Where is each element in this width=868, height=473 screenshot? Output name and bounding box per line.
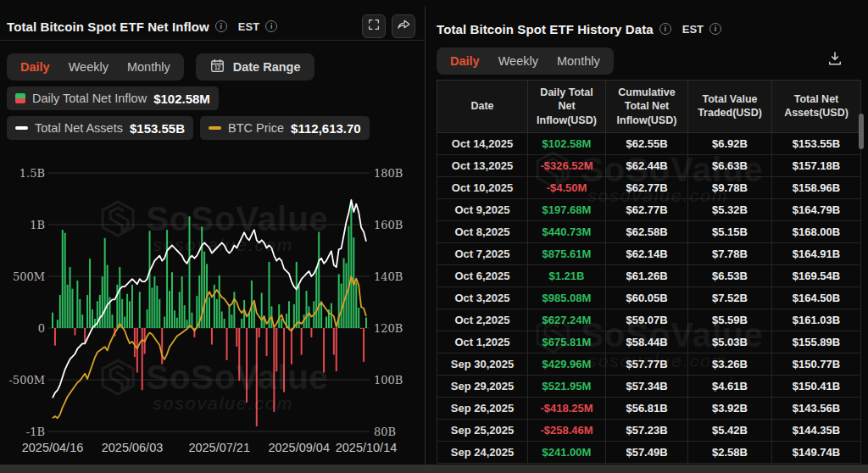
cell-date: Sep 26,2025 — [437, 397, 528, 419]
x-axis-tick: 2025/04/16 — [22, 441, 84, 454]
cell-net-assets: $161.03B — [772, 309, 861, 331]
cell-date: Sep 24,2025 — [437, 441, 528, 463]
cell-net-assets: $153.55B — [772, 132, 861, 154]
cell-net-assets: $169.54B — [772, 264, 861, 287]
x-axis-tick: 2025/09/04 — [268, 441, 330, 454]
x-axis-tick: 2025/07/21 — [188, 441, 250, 454]
cell-daily-inflow: $675.81M — [528, 331, 606, 353]
legend-item-net-assets[interactable]: Total Net Assets $153.55B — [7, 116, 193, 140]
page-title: Total Bitcoin Spot ETF Net Inflow — [7, 19, 209, 34]
tab-weekly[interactable]: Weekly — [69, 60, 108, 74]
legend-label: Daily Total Net Inflow — [32, 92, 147, 105]
table-row: Oct 10,2025-$4.50M$62.77B$9.78B$158.96B — [437, 176, 861, 198]
cell-date: Sep 29,2025 — [437, 375, 528, 397]
x-axis-tick: 2025/06/03 — [102, 441, 164, 454]
cell-value-traded: $9.78B — [688, 176, 772, 198]
share-button[interactable] — [392, 14, 415, 38]
date-range-button[interactable]: 12 Date Range — [196, 53, 314, 81]
table-row: Sep 24,2025$241.00M$57.49B$2.58B$149.74B — [437, 441, 861, 463]
cell-daily-inflow: -$258.46M — [528, 419, 606, 441]
tab-daily[interactable]: Daily — [450, 54, 480, 68]
table-header-row: Date Daily Total Net Inflow(USD) Cumulat… — [437, 81, 861, 133]
history-header: Total Bitcoin Spot ETF History Data EST — [437, 17, 855, 41]
table-row: Sep 29,2025$521.95M$57.34B$4.61B$150.41B — [437, 375, 861, 397]
period-tab-group: Daily Weekly Monthly — [437, 47, 614, 75]
panel-divider — [425, 7, 426, 465]
right-axis-tick: 80B — [374, 426, 396, 438]
cell-value-traded: $5.15B — [688, 220, 772, 242]
left-axis-tick: -1B — [26, 426, 45, 438]
cell-date: Oct 10,2025 — [437, 176, 528, 198]
cell-net-assets: $158.96B — [772, 176, 861, 198]
cell-cumulative-inflow: $59.07B — [606, 309, 688, 331]
info-icon[interactable] — [265, 20, 277, 32]
net-inflow-header: Total Bitcoin Spot ETF Net Inflow EST — [7, 14, 415, 39]
cell-net-assets: $168.00B — [772, 220, 861, 242]
table-row: Oct 8,2025$440.73M$62.58B$5.15B$168.00B — [437, 220, 861, 242]
tab-daily[interactable]: Daily — [20, 60, 50, 74]
cell-cumulative-inflow: $57.23B — [606, 419, 688, 441]
cell-net-assets: $155.89B — [772, 331, 861, 353]
fullscreen-button[interactable] — [362, 14, 386, 38]
history-table-body: Oct 14,2025$102.58M$62.55B$6.92B$153.55B… — [437, 132, 861, 463]
legend-label: BTC Price — [228, 121, 284, 135]
table-row: Oct 3,2025$985.08M$60.05B$7.52B$164.50B — [437, 287, 861, 309]
tab-monthly[interactable]: Monthly — [127, 60, 170, 74]
cell-value-traded: $5.03B — [688, 331, 772, 353]
legend-value: $153.55B — [130, 121, 185, 136]
legend-item-net-inflow[interactable]: Daily Total Net Inflow $102.58M — [7, 86, 219, 110]
col-date: Date — [437, 81, 528, 133]
cell-date: Oct 14,2025 — [437, 132, 528, 154]
cell-date: Oct 3,2025 — [437, 287, 528, 309]
cell-daily-inflow: $102.58M — [528, 132, 606, 154]
cell-value-traded: $5.32B — [688, 198, 772, 220]
cell-cumulative-inflow: $62.77B — [606, 198, 688, 220]
cell-daily-inflow: -$326.52M — [528, 154, 606, 176]
cell-net-assets: $149.74B — [772, 441, 861, 463]
cell-daily-inflow: $241.00M — [528, 441, 606, 463]
net-inflow-chart[interactable]: 1.5B180B1B160B500M140B0120B-500M100B-1B8… — [0, 157, 424, 464]
chart-legend: Daily Total Net Inflow $102.58M Total Ne… — [7, 86, 370, 140]
table-vertical-scrollbar[interactable] — [859, 114, 864, 149]
cell-cumulative-inflow: $62.77B — [606, 176, 688, 198]
net-inflow-bars — [52, 203, 367, 426]
cell-date: Oct 8,2025 — [437, 220, 528, 242]
table-row: Sep 25,2025-$258.46M$57.23B$5.42B$144.35… — [437, 419, 861, 441]
col-value-traded: Total Value Traded(USD) — [688, 81, 772, 133]
cell-cumulative-inflow: $62.14B — [606, 242, 688, 264]
cell-net-assets: $164.50B — [772, 287, 861, 309]
history-table: Date Daily Total Net Inflow(USD) Cumulat… — [437, 80, 861, 464]
cell-net-assets: $164.91B — [772, 242, 861, 264]
table-row: Oct 2,2025$627.24M$59.07B$5.59B$161.03B — [437, 309, 861, 331]
info-icon[interactable] — [659, 23, 671, 35]
info-icon[interactable] — [215, 20, 227, 32]
calendar-icon: 12 — [209, 58, 225, 76]
svg-text:12: 12 — [214, 64, 221, 70]
tab-weekly[interactable]: Weekly — [498, 54, 538, 68]
download-icon — [826, 50, 843, 70]
horizontal-scrollbar[interactable] — [0, 465, 868, 473]
right-axis-tick: 160B — [374, 219, 403, 231]
cell-cumulative-inflow: $61.26B — [606, 264, 688, 287]
table-row: Sep 30,2025$429.96M$57.77B$3.26B$150.77B — [437, 353, 861, 375]
cell-date: Oct 2,2025 — [437, 309, 528, 331]
date-range-label: Date Range — [233, 60, 301, 74]
cell-date: Oct 6,2025 — [437, 264, 528, 287]
cell-value-traded: $7.52B — [688, 287, 772, 309]
col-daily-inflow: Daily Total Net Inflow(USD) — [528, 81, 606, 133]
cell-daily-inflow: -$418.25M — [528, 397, 606, 419]
fullscreen-icon — [367, 18, 381, 35]
cell-daily-inflow: $627.24M — [528, 309, 606, 331]
cell-value-traded: $6.53B — [688, 264, 772, 287]
download-button[interactable] — [823, 48, 847, 72]
timezone-label: EST — [238, 20, 259, 33]
tab-monthly[interactable]: Monthly — [557, 54, 600, 68]
cell-value-traded: $6.63B — [688, 154, 772, 176]
cell-daily-inflow: $1.21B — [528, 264, 606, 287]
cell-value-traded: $6.92B — [688, 132, 772, 154]
cell-value-traded: $5.42B — [688, 419, 772, 441]
info-icon[interactable] — [709, 23, 721, 35]
cell-cumulative-inflow: $62.55B — [606, 132, 688, 154]
legend-item-btc-price[interactable]: BTC Price $112,613.70 — [200, 116, 370, 140]
cell-net-assets: $164.79B — [772, 198, 861, 220]
